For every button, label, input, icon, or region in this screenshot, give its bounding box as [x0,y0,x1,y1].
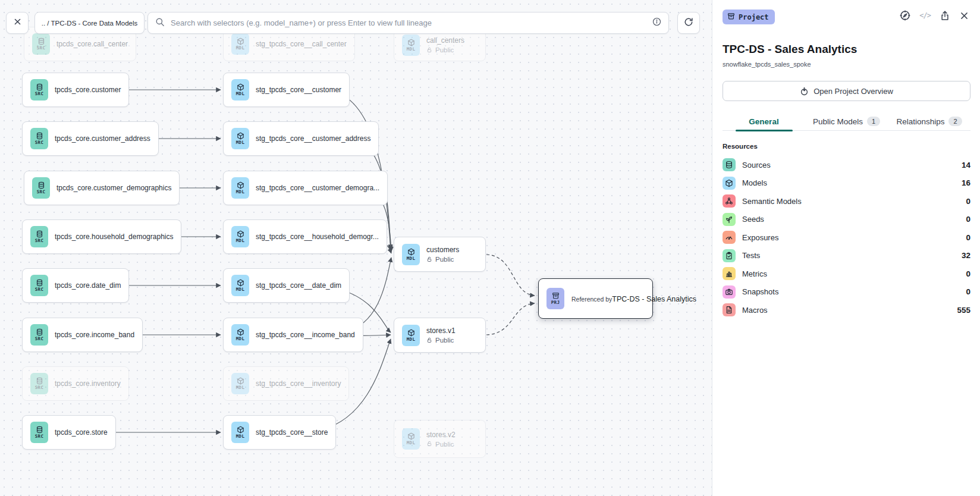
resource-count: 0 [966,233,970,242]
panel-tabs: GeneralPublic Models1Relationships2 [723,112,970,131]
close-icon [13,17,22,29]
lineage-node[interactable]: MDLstg_tpcds_core__income_band [223,318,363,352]
mdl-badge-icon: MDL [231,79,249,101]
lineage-node[interactable]: SRCtpcds_core.customer [22,73,129,107]
node-label: tpcds_core.date_dim [55,281,121,290]
node-label: tpcds_core.call_center [56,40,128,48]
resource-row: Metrics0 [723,265,970,283]
tab-label: Relationships [896,117,944,126]
node-label: customers [426,246,459,254]
mdl-badge-icon: MDL [402,34,420,56]
tab-public-models[interactable]: Public Models1 [805,112,888,130]
resource-row: Seeds0 [723,211,970,229]
node-label: stg_tpcds_core__store [256,428,328,437]
lineage-node[interactable]: MDLstores.v2Public [394,420,486,458]
resource-row: Semantic Models0 [723,192,970,211]
resources-header: Resources [723,143,758,150]
resource-count: 0 [966,197,970,206]
node-label: stg_tpcds_core__customer [256,86,341,94]
lineage-node[interactable]: SRCtpcds_core.income_band [22,318,143,352]
info-icon[interactable] [652,17,661,29]
resource-label: Sources [742,161,771,169]
lineage-node[interactable]: MDLstg_tpcds_core__household_demogr... [223,219,387,254]
close-icon[interactable] [959,11,969,21]
node-label: stg_tpcds_core__call_center [256,40,347,48]
resource-label: Tests [742,251,760,260]
lineage-close-button[interactable] [6,12,29,34]
mdl-badge-icon: MDL [402,244,420,265]
mdl-badge-icon: MDL [231,275,249,296]
open-project-overview-button[interactable]: Open Project Overview [723,81,970,101]
lineage-node[interactable]: SRCtpcds_core.customer_address [22,121,159,156]
bar-chart-icon [723,267,736,280]
explore-lineage-icon[interactable] [900,10,910,21]
lineage-node[interactable]: MDLstg_tpcds_core__store [223,415,336,450]
node-label: stg_tpcds_core__household_demogr... [256,233,379,241]
mdl-badge-icon: MDL [231,324,249,346]
lineage-node[interactable]: MDLstg_tpcds_core__customer [223,73,350,107]
lock-open-icon [426,47,433,54]
lineage-node[interactable]: MDLstg_tpcds_core__customer_address [223,121,379,156]
node-label: tpcds_core.customer [55,86,121,94]
breadcrumb-label: .. / TPC-DS - Core Data Models [42,20,137,27]
mdl-badge-icon: MDL [231,226,249,247]
src-badge-icon: SRC [30,422,48,443]
lineage-node[interactable]: MDLstg_tpcds_core__customer_demogra... [223,171,388,205]
lineage-node[interactable]: MDLstg_tpcds_core__inventory [223,366,349,401]
file-text-icon [723,303,736,316]
lineage-canvas[interactable]: SRCtpcds_core.call_centerSRCtpcds_core.c… [0,0,712,496]
resource-label: Semantic Models [742,197,802,206]
node-label: stg_tpcds_core__customer_demogra... [256,184,379,192]
lineage-node[interactable]: MDLstores.v1Public [394,318,486,353]
project-schema-subtitle: snowflake_tpcds_sales_spoke [723,61,811,68]
clipboard-check-icon [723,249,736,262]
lineage-node[interactable]: SRCtpcds_core.customer_demographics [24,171,180,205]
referenced-project-name: TPC-DS - Sales Analytics [612,295,696,303]
breadcrumb[interactable]: .. / TPC-DS - Core Data Models [34,12,145,34]
resource-row: Exposures0 [723,228,970,247]
node-label: stg_tpcds_core__customer_address [256,134,370,143]
search-icon [155,17,164,29]
node-label: tpcds_core.store [55,428,108,437]
lineage-node[interactable]: MDLcustomersPublic [394,237,486,272]
src-badge-icon: SRC [30,79,48,101]
tab-count-badge: 2 [948,117,962,126]
tab-relationships[interactable]: Relationships2 [888,112,970,130]
referenced-by-label: Referenced by [571,296,612,303]
src-badge-icon: SRC [32,177,50,199]
lineage-node[interactable]: SRCtpcds_core.date_dim [22,268,129,303]
lineage-node[interactable]: SRCtpcds_core.store [22,415,116,450]
gauge-icon [723,231,736,244]
node-label: tpcds_core.customer_address [55,134,150,143]
src-badge-icon: SRC [30,324,48,346]
lineage-node[interactable]: MDLstg_tpcds_core__date_dim [223,268,350,303]
public-visibility-label: Public [426,46,464,54]
tab-general[interactable]: General [723,112,805,130]
search-input[interactable] [169,18,647,28]
lock-open-icon [426,256,433,263]
code-icon[interactable]: </> [919,11,931,20]
lineage-node[interactable]: SRCtpcds_core.inventory [22,366,129,401]
refresh-button[interactable] [677,12,700,34]
cube-icon [723,177,736,190]
resource-label: Exposures [742,233,778,242]
referenced-by-project-node[interactable]: PRJReferenced byTPC-DS - Sales Analytics [538,278,653,319]
resource-count: 0 [966,215,970,224]
resource-count: 14 [962,161,970,169]
search-bar [147,12,669,34]
node-label: tpcds_core.customer_demographics [56,184,171,192]
lock-open-icon [426,337,433,344]
resource-row: Snapshots0 [723,283,970,302]
resources-list: Sources14Models16Semantic Models0Seeds0E… [723,156,970,319]
src-badge-icon: SRC [30,226,48,247]
node-label: stores.v2 [426,431,456,439]
tab-count-badge: 1 [867,117,880,126]
lineage-node[interactable]: SRCtpcds_core.household_demographics [22,219,181,254]
resource-row: Models16 [723,174,970,193]
share-icon[interactable] [940,10,950,21]
node-label: stg_tpcds_core__income_band [256,331,355,339]
resource-count: 16 [962,178,970,187]
node-label: tpcds_core.household_demographics [55,233,173,241]
resource-label: Macros [742,306,768,315]
mdl-badge-icon: MDL [231,128,249,149]
